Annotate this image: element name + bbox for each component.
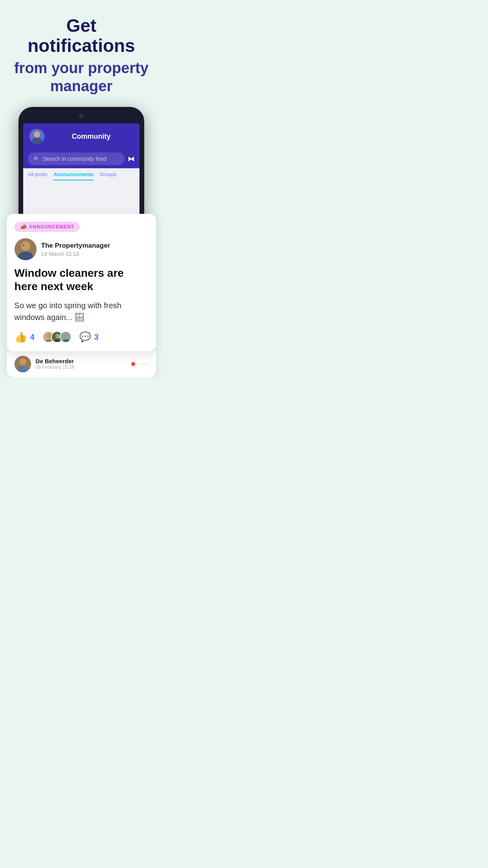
post-body: So we go into spring with fresh windows … bbox=[15, 300, 149, 323]
post-footer: 👍 4 💬 3 bbox=[15, 331, 149, 343]
svg-point-4 bbox=[21, 241, 30, 251]
comment-icon[interactable]: 💬 bbox=[79, 331, 91, 342]
svg-point-8 bbox=[47, 334, 51, 338]
page-wrapper: Get notifications from your property man… bbox=[0, 0, 163, 377]
app-tabs: All posts Announcements Groups bbox=[23, 168, 139, 180]
phone-notch bbox=[79, 114, 84, 119]
app-header-title: Community bbox=[49, 132, 133, 141]
search-section: 🔍 Search in community feed ⧓ bbox=[23, 149, 139, 168]
author-date: 14 March 15:18 bbox=[41, 251, 110, 257]
like-icon[interactable]: 👍 bbox=[15, 331, 27, 343]
like-section: 👍 4 bbox=[15, 331, 35, 343]
peek-date: 08 February 15:18 bbox=[36, 364, 127, 370]
tab-groups[interactable]: Groups bbox=[100, 171, 117, 180]
svg-point-1 bbox=[34, 131, 40, 138]
hero-section: Get notifications from your property man… bbox=[0, 0, 163, 103]
comment-section: 💬 3 bbox=[79, 331, 99, 342]
svg-point-17 bbox=[19, 358, 26, 365]
tab-announcements[interactable]: Announcements bbox=[53, 171, 94, 180]
search-placeholder: Search in community feed bbox=[43, 156, 106, 162]
peek-info: De Beheerder 08 February 15:18 bbox=[36, 358, 127, 370]
peek-avatar bbox=[15, 356, 31, 372]
card-container: 📣 ANNOUNCEMENT The Propertymanager 14 Ma… bbox=[7, 214, 156, 351]
hero-subtitle: from your property manager bbox=[12, 59, 151, 95]
search-icon: 🔍 bbox=[33, 156, 40, 162]
svg-point-14 bbox=[64, 334, 69, 338]
reaction-avatars bbox=[42, 331, 72, 343]
peek-name: De Beheerder bbox=[36, 358, 127, 364]
bottom-peek-card: De Beheerder 08 February 15:18 ··· bbox=[7, 351, 156, 377]
filter-icon[interactable]: ⧓ bbox=[128, 154, 135, 163]
reaction-avatar-3 bbox=[60, 331, 72, 343]
author-info: The Propertymanager 14 March 15:18 bbox=[41, 242, 110, 257]
megaphone-icon: 📣 bbox=[20, 224, 27, 230]
announcement-badge: 📣 ANNOUNCEMENT bbox=[15, 222, 80, 232]
author-name: The Propertymanager bbox=[41, 242, 110, 250]
post-title: Window cleaners are here next week bbox=[15, 267, 149, 293]
announcement-badge-label: ANNOUNCEMENT bbox=[29, 224, 74, 230]
app-header: Community bbox=[23, 123, 139, 149]
notification-dot bbox=[131, 362, 135, 366]
more-options-icon[interactable]: ··· bbox=[140, 360, 148, 368]
author-avatar[interactable] bbox=[15, 238, 37, 260]
svg-point-11 bbox=[55, 334, 60, 338]
announcement-card: 📣 ANNOUNCEMENT The Propertymanager 14 Ma… bbox=[7, 214, 156, 351]
post-author: The Propertymanager 14 March 15:18 bbox=[15, 238, 149, 260]
comment-count: 3 bbox=[94, 333, 99, 342]
hero-title: Get notifications bbox=[12, 16, 151, 55]
like-count: 4 bbox=[30, 333, 35, 342]
svg-point-6 bbox=[22, 244, 24, 246]
app-user-avatar[interactable] bbox=[29, 129, 44, 144]
tab-all-posts[interactable]: All posts bbox=[28, 171, 47, 180]
search-bar[interactable]: 🔍 Search in community feed bbox=[28, 153, 125, 165]
